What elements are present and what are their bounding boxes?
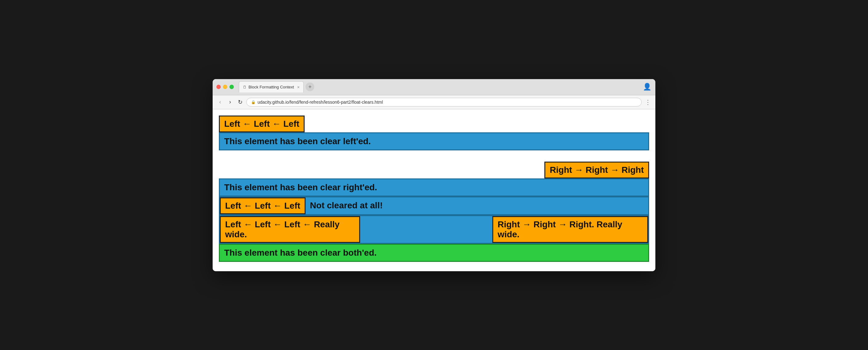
forward-button[interactable]: › xyxy=(226,98,234,106)
page-content: Left ← Left ← Left This element has been… xyxy=(213,109,655,271)
url-text: udacity.github.io/fend/fend-refresh/less… xyxy=(257,100,383,105)
active-tab[interactable]: 🗒 Block Formatting Context × xyxy=(239,81,304,93)
refresh-button[interactable]: ↻ xyxy=(236,98,244,106)
wide-row: Left ← Left ← Left ← Really wide. Right … xyxy=(219,215,649,244)
not-cleared-text: Not cleared at all! xyxy=(306,198,387,214)
not-cleared-row: Left ← Left ← Left Not cleared at all! xyxy=(219,197,649,215)
tab-close-button[interactable]: × xyxy=(297,85,300,90)
float-left-2: Left ← Left ← Left xyxy=(220,198,306,214)
tab-title: Block Formatting Context xyxy=(248,85,294,90)
float-right-wide: Right → Right → Right. Really wide. xyxy=(492,216,648,243)
tab-icon: 🗒 xyxy=(243,85,247,90)
clear-both: This element has been clear both'ed. xyxy=(219,244,649,262)
title-bar: 🗒 Block Formatting Context × + 👤 xyxy=(213,79,655,95)
new-tab-button[interactable]: + xyxy=(306,82,314,91)
traffic-lights xyxy=(216,85,234,89)
float-left-1: Left ← Left ← Left xyxy=(219,115,305,132)
profile-icon[interactable]: 👤 xyxy=(643,82,652,91)
back-button[interactable]: ‹ xyxy=(216,98,224,106)
url-bar[interactable]: 🔒 udacity.github.io/fend/fend-refresh/le… xyxy=(246,98,642,106)
maximize-button[interactable] xyxy=(229,85,234,89)
tab-bar: 🗒 Block Formatting Context × + 👤 xyxy=(239,79,652,95)
minimize-button[interactable] xyxy=(223,85,227,89)
menu-button[interactable]: ⋮ xyxy=(644,98,652,106)
lock-icon: 🔒 xyxy=(251,100,256,104)
browser-window: 🗒 Block Formatting Context × + 👤 ‹ › ↻ 🔒… xyxy=(213,79,655,271)
clear-right: This element has been clear right'ed. xyxy=(219,178,649,197)
float-right-1: Right → Right → Right xyxy=(545,162,649,178)
address-bar: ‹ › ↻ 🔒 udacity.github.io/fend/fend-refr… xyxy=(213,95,655,109)
close-button[interactable] xyxy=(216,85,221,89)
clear-left: This element has been clear left'ed. xyxy=(219,132,649,150)
float-left-wide: Left ← Left ← Left ← Really wide. xyxy=(220,216,360,243)
